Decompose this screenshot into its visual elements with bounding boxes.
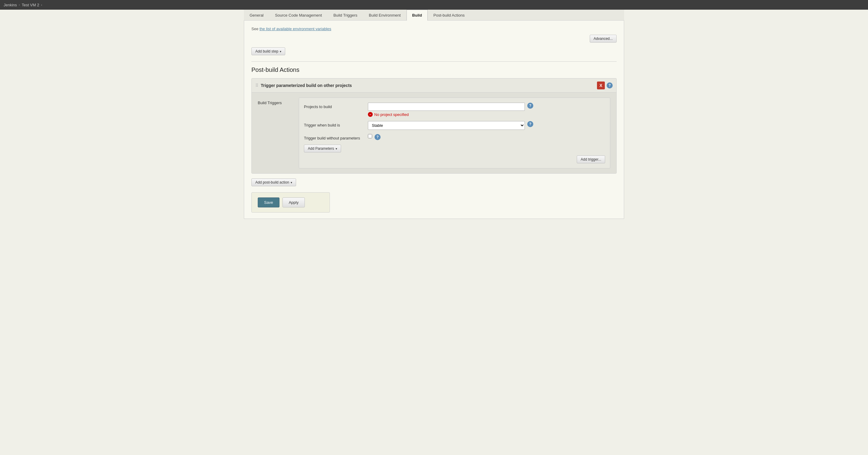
advanced-row: Advanced... <box>251 35 617 42</box>
add-trigger-button[interactable]: Add trigger... <box>577 155 605 163</box>
post-build-actions-heading: Post-build Actions <box>251 66 617 73</box>
tab-build-triggers[interactable]: Build Triggers <box>328 10 363 21</box>
topbar: Jenkins › Test VM 2 › <box>0 0 868 10</box>
projects-input-help-row: ? <box>368 103 605 111</box>
projects-help-icon[interactable]: ? <box>527 103 533 109</box>
trigger-card-title: Trigger parameterized build on other pro… <box>261 83 352 88</box>
add-postbuild-arrow-icon: ▾ <box>291 181 292 184</box>
trigger-card: ⠿ Trigger parameterized build on other p… <box>251 78 617 174</box>
build-triggers-label: Build Triggers <box>258 97 294 169</box>
apply-button[interactable]: Apply <box>282 198 305 207</box>
no-project-error: – No project specified <box>368 112 605 117</box>
add-parameters-button[interactable]: Add Parameters ▾ <box>304 145 341 152</box>
trigger-without-params-checkbox[interactable] <box>368 134 372 138</box>
trigger-when-label: Trigger when build is <box>304 121 364 127</box>
topbar-sep-1: › <box>19 3 20 7</box>
drag-handle-icon[interactable]: ⠿ <box>255 83 258 88</box>
add-build-step-row: Add build step ▾ <box>251 48 617 55</box>
trigger-checkbox-row <box>368 134 372 138</box>
trigger-when-help-icon[interactable]: ? <box>527 121 533 127</box>
trigger-card-body: Build Triggers Projects to build ? <box>252 92 616 173</box>
add-post-build-action-button[interactable]: Add post-build action ▾ <box>251 178 296 186</box>
bottom-actions: Save Apply <box>251 192 330 213</box>
build-triggers-body: Projects to build ? – No project specifi… <box>299 97 610 169</box>
tab-post-build-actions[interactable]: Post-build Actions <box>428 10 470 21</box>
tab-general[interactable]: General <box>244 10 269 21</box>
trigger-checkbox-help-row: ? <box>368 134 605 140</box>
trigger-without-params-help-icon[interactable]: ? <box>375 134 380 140</box>
add-build-step-button[interactable]: Add build step ▾ <box>251 48 285 55</box>
section-divider <box>251 61 617 62</box>
trigger-without-params-label: Trigger build without parameters <box>304 134 364 141</box>
tab-source-code-management[interactable]: Source Code Management <box>269 10 328 21</box>
tab-build[interactable]: Build <box>406 10 428 21</box>
trigger-card-header: ⠿ Trigger parameterized build on other p… <box>252 79 616 92</box>
tabs-bar: General Source Code Management Build Tri… <box>244 10 624 21</box>
topbar-jenkins-link[interactable]: Jenkins <box>4 3 17 7</box>
trigger-without-params-row: Trigger build without parameters ? <box>304 134 605 141</box>
trigger-help-icon[interactable]: ? <box>607 83 613 88</box>
trigger-without-params-control: ? <box>368 134 605 140</box>
env-vars-note: See the list of available environment va… <box>251 27 617 31</box>
topbar-vm-link[interactable]: Test VM 2 <box>22 3 39 7</box>
env-vars-link[interactable]: the list of available environment variab… <box>259 27 331 31</box>
content-panel: See the list of available environment va… <box>244 21 624 219</box>
trigger-when-control: Stable Unstable or better Failed or bett… <box>368 121 605 130</box>
projects-to-build-input[interactable] <box>368 103 525 111</box>
add-parameters-arrow-icon: ▾ <box>336 147 337 150</box>
projects-to-build-control: ? – No project specified <box>368 103 605 117</box>
error-circle-icon: – <box>368 112 373 117</box>
close-trigger-button[interactable]: X <box>597 82 605 89</box>
trigger-select-help-row: Stable Unstable or better Failed or bett… <box>368 121 605 130</box>
tab-build-environment[interactable]: Build Environment <box>363 10 406 21</box>
projects-to-build-row: Projects to build ? – No project specifi… <box>304 103 605 117</box>
trigger-card-title-row: ⠿ Trigger parameterized build on other p… <box>255 83 352 88</box>
advanced-button[interactable]: Advanced... <box>590 35 617 42</box>
add-postbuild-action-row: Add post-build action ▾ <box>251 178 617 186</box>
trigger-when-select[interactable]: Stable Unstable or better Failed or bett… <box>368 121 525 130</box>
trigger-card-actions: X ? <box>597 82 613 89</box>
main-content: General Source Code Management Build Tri… <box>244 10 624 219</box>
add-parameters-row: Add Parameters ▾ <box>304 145 605 152</box>
save-button[interactable]: Save <box>258 198 279 207</box>
build-triggers-section: Build Triggers Projects to build ? <box>258 97 610 169</box>
trigger-when-row: Trigger when build is Stable Unstable or… <box>304 121 605 130</box>
topbar-arrow: › <box>41 3 42 7</box>
add-trigger-row: Add trigger... <box>304 155 605 163</box>
add-build-step-arrow-icon: ▾ <box>280 50 281 53</box>
projects-to-build-label: Projects to build <box>304 103 364 109</box>
